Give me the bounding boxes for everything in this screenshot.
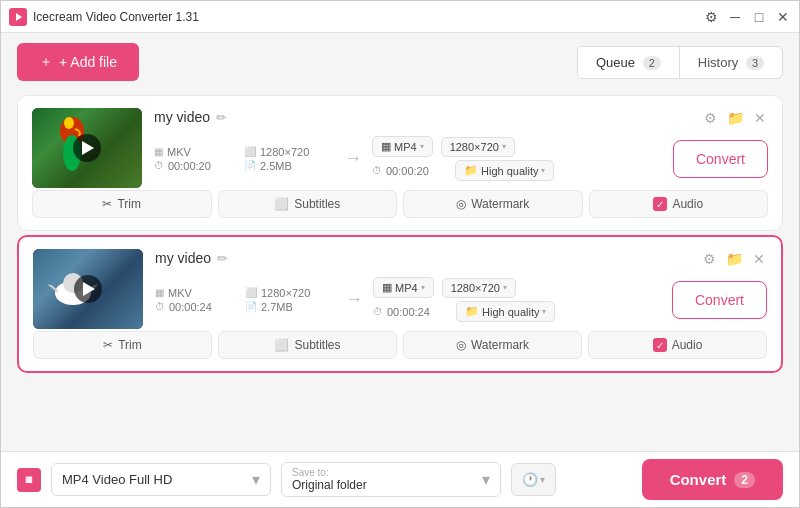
file-icon-2: 📄	[245, 301, 257, 312]
subtitles-icon-1: ⬜	[274, 197, 289, 211]
input-size-1: 2.5MB	[260, 160, 292, 172]
output-resolution-dropdown-1[interactable]: 1280×720 ▾	[441, 137, 515, 157]
queue-label: Queue	[596, 55, 635, 70]
add-file-button[interactable]: ＋ + Add file	[17, 43, 139, 81]
trim-icon-1: ✂	[102, 197, 112, 211]
trim-icon-2: ✂	[103, 338, 113, 352]
output-format-dropdown-2[interactable]: ▦ MP4 ▾	[373, 277, 434, 298]
subtitles-icon-2: ⬜	[274, 338, 289, 352]
card-title-2: my video	[155, 250, 211, 266]
convert-btn-2[interactable]: Convert	[672, 281, 767, 319]
output-quality-dropdown-2[interactable]: 📁 High quality ▾	[456, 301, 555, 322]
card-title-1: my video	[154, 109, 210, 125]
output-format-1: MP4	[394, 141, 417, 153]
queue-badge: 2	[643, 56, 661, 70]
trim-btn-1[interactable]: ✂ Trim	[32, 190, 212, 218]
main-convert-button[interactable]: Convert 2	[642, 459, 783, 500]
edit-icon-1[interactable]: ✏	[216, 110, 227, 125]
folder-icon-2: 📁	[465, 305, 479, 318]
format-icon-2: ▦	[155, 287, 164, 298]
format-dropdown[interactable]: MP4 Video Full HD ▾	[51, 463, 271, 496]
input-resolution-1: 1280×720	[260, 146, 309, 158]
output-section-2: ▦ MP4 ▾ 1280×720 ▾	[373, 277, 672, 322]
maximize-button[interactable]: □	[751, 9, 767, 25]
watermark-label-1: Watermark	[471, 197, 529, 211]
output-quality-2: High quality	[482, 306, 539, 318]
titlebar: Icecream Video Converter 1.31 ⚙ ─ □ ✕	[1, 1, 799, 33]
play-button-2[interactable]	[74, 275, 102, 303]
audio-label-1: Audio	[672, 197, 703, 211]
card-close-btn-1[interactable]: ✕	[752, 108, 768, 128]
queue-tab[interactable]: Queue 2	[578, 47, 680, 78]
card-actions-1: ✂ Trim ⬜ Subtitles ◎ Watermark Audio	[32, 190, 768, 218]
output-duration-2: 00:00:24	[387, 306, 430, 318]
res-icon-2: ⬜	[245, 287, 257, 298]
main-content: ＋ + Add file Queue 2 History 3	[1, 33, 799, 451]
clock-icon: 🕐	[522, 472, 538, 487]
convert-btn-1[interactable]: Convert	[673, 140, 768, 178]
input-format-2: MKV	[168, 287, 192, 299]
output-resolution-1: 1280×720	[450, 141, 499, 153]
app-title: Icecream Video Converter 1.31	[33, 10, 703, 24]
topbar: ＋ + Add file Queue 2 History 3	[1, 33, 799, 91]
trim-btn-2[interactable]: ✂ Trim	[33, 331, 212, 359]
format-icon-bottom: ▦	[17, 468, 41, 492]
minimize-button[interactable]: ─	[727, 9, 743, 25]
output-resolution-dropdown-2[interactable]: 1280×720 ▾	[442, 278, 516, 298]
card-settings-btn-1[interactable]: ⚙	[702, 108, 719, 128]
clock-icon-2: ⏱	[155, 301, 165, 312]
card-info-row-1: ▦ MKV ⏱ 00:00:20 ⬜ 1280×720	[154, 136, 768, 181]
edit-icon-2[interactable]: ✏	[217, 251, 228, 266]
card-folder-btn-1[interactable]: 📁	[725, 108, 746, 128]
audio-checkbox-checked-2	[653, 338, 667, 352]
close-button[interactable]: ✕	[775, 9, 791, 25]
watermark-icon-2: ◎	[456, 338, 466, 352]
thumbnail-1[interactable]	[32, 108, 142, 188]
svg-point-4	[64, 117, 74, 129]
history-tab[interactable]: History 3	[680, 47, 782, 78]
audio-checkbox-1[interactable]: Audio	[589, 190, 769, 218]
arrow-1: →	[334, 148, 372, 169]
audio-checkbox-2[interactable]: Audio	[588, 331, 767, 359]
settings-icon[interactable]: ⚙	[703, 9, 719, 25]
save-chevron: ▾	[482, 470, 490, 489]
output-format-2: MP4	[395, 282, 418, 294]
play-button-1[interactable]	[73, 134, 101, 162]
clock-icon-1: ⏱	[154, 160, 164, 171]
file-icon-1: 📄	[244, 160, 256, 171]
history-label: History	[698, 55, 738, 70]
card-info-2: my video ✏ ⚙ 📁 ✕ ▦ MKV	[155, 249, 767, 322]
trim-label-1: Trim	[117, 197, 141, 211]
card-actions-2: ✂ Trim ⬜ Subtitles ◎ Watermark Audio	[33, 331, 767, 359]
save-to-dropdown[interactable]: Save to: Original folder ▾	[281, 462, 501, 497]
bottombar: ▦ MP4 Video Full HD ▾ Save to: Original …	[1, 451, 799, 507]
output-duration-1: 00:00:20	[386, 165, 429, 177]
watermark-btn-1[interactable]: ◎ Watermark	[403, 190, 583, 218]
card-settings-btn-2[interactable]: ⚙	[701, 249, 718, 269]
subtitles-btn-1[interactable]: ⬜ Subtitles	[218, 190, 398, 218]
clock-button[interactable]: 🕐 ▾	[511, 463, 556, 496]
card-folder-btn-2[interactable]: 📁	[724, 249, 745, 269]
folder-icon-1: 📁	[464, 164, 478, 177]
format-icon-out-1: ▦	[381, 140, 391, 153]
subtitles-btn-2[interactable]: ⬜ Subtitles	[218, 331, 397, 359]
clock-chevron: ▾	[540, 474, 545, 485]
subtitles-label-2: Subtitles	[294, 338, 340, 352]
input-duration-1: 00:00:20	[168, 160, 211, 172]
main-convert-badge: 2	[734, 472, 755, 488]
add-file-label: + Add file	[59, 54, 117, 70]
output-quality-1: High quality	[481, 165, 538, 177]
thumbnail-2[interactable]	[33, 249, 143, 329]
input-duration-2: 00:00:24	[169, 301, 212, 313]
output-format-dropdown-1[interactable]: ▦ MP4 ▾	[372, 136, 433, 157]
video-card-1: my video ✏ ⚙ 📁 ✕ ▦ MKV	[17, 95, 783, 231]
queue-history-toggle: Queue 2 History 3	[577, 46, 783, 79]
save-to-label: Save to:	[292, 467, 367, 478]
output-quality-dropdown-1[interactable]: 📁 High quality ▾	[455, 160, 554, 181]
card-info-1: my video ✏ ⚙ 📁 ✕ ▦ MKV	[154, 108, 768, 181]
plus-icon: ＋	[39, 53, 53, 71]
format-icon-1: ▦	[154, 146, 163, 157]
watermark-btn-2[interactable]: ◎ Watermark	[403, 331, 582, 359]
card-close-btn-2[interactable]: ✕	[751, 249, 767, 269]
card-info-row-2: ▦ MKV ⏱ 00:00:24 ⬜ 1280×720	[155, 277, 767, 322]
